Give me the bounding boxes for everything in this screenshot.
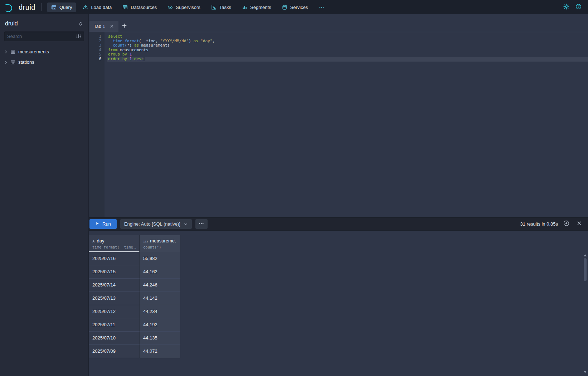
sidebar-header: druid <box>0 14 88 32</box>
tree-item-label: stations <box>18 59 34 65</box>
filter-sliders-icon[interactable] <box>76 34 81 39</box>
results-table: A day time_format(__time,… 123 measureme… <box>89 235 588 358</box>
search-box <box>4 32 84 41</box>
brand[interactable]: druid <box>4 2 35 13</box>
sql-editor[interactable]: 123456 select time_format(__time, 'YYYY/… <box>89 32 588 217</box>
table-cell[interactable]: 44,192 <box>140 318 180 332</box>
code-line[interactable]: time_format(__time, 'YYYY/MM/dd') as "da… <box>107 39 588 44</box>
nav-item-services[interactable]: Services <box>278 3 312 12</box>
code-line[interactable]: group by 1 <box>107 52 588 57</box>
line-number: 6 <box>89 57 101 62</box>
code-token <box>108 39 113 43</box>
nav-item-segments[interactable]: Segments <box>238 3 275 12</box>
table-cell[interactable]: 2025/07/15 <box>89 265 140 279</box>
upload-icon <box>83 5 88 10</box>
table-row: 2025/07/1655,982 <box>89 252 588 265</box>
table-row: 2025/07/0944,072 <box>89 345 588 358</box>
table-cell[interactable]: 44,142 <box>140 292 180 305</box>
gantt-icon <box>211 5 217 10</box>
editor-gutter: 123456 <box>89 32 105 217</box>
more-dots-icon <box>319 5 324 10</box>
run-button[interactable]: Run <box>89 219 117 229</box>
scroll-down-icon[interactable] <box>584 371 587 373</box>
code-token: ) <box>189 39 193 43</box>
tree-item-measurements[interactable]: measurements <box>0 47 88 57</box>
tree-item-stations[interactable]: stations <box>0 57 88 67</box>
number-type-icon: 123 <box>143 240 148 243</box>
table-icon <box>10 49 15 54</box>
table-cell[interactable]: 2025/07/13 <box>89 292 140 305</box>
eye-icon <box>167 5 173 10</box>
code-token: 1 <box>130 52 132 57</box>
table-row: 2025/07/1444,246 <box>89 279 588 292</box>
main-layout: druid measuremen <box>0 14 588 376</box>
code-token: "day" <box>200 39 212 43</box>
column-name: day <box>97 238 105 244</box>
table-cell[interactable]: 44,246 <box>140 279 180 292</box>
table-cell[interactable]: 44,072 <box>140 345 180 358</box>
table-row: 2025/07/1044,135 <box>89 332 588 345</box>
nav-item-tasks[interactable]: Tasks <box>207 3 235 12</box>
close-icon <box>577 221 582 227</box>
code-line[interactable]: order by 1 desc <box>107 57 588 62</box>
nav-item-supervisors[interactable]: Supervisors <box>164 3 204 12</box>
close-tab-icon[interactable] <box>110 24 114 29</box>
scroll-up-icon[interactable] <box>584 254 587 256</box>
code-token: time_format <box>113 39 139 43</box>
code-token: (__time, <box>139 39 160 43</box>
table-cell[interactable]: 2025/07/09 <box>89 345 140 358</box>
download-results-button[interactable] <box>562 220 571 229</box>
code-token <box>127 52 130 57</box>
code-token: measurements <box>118 48 149 52</box>
query-console-icon <box>51 5 57 10</box>
table-cell[interactable]: 44,234 <box>140 305 180 318</box>
table-cell[interactable]: 55,982 <box>140 252 180 265</box>
table-cell[interactable]: 44,162 <box>140 265 180 279</box>
editor-code[interactable]: select time_format(__time, 'YYYY/MM/dd')… <box>105 32 588 217</box>
bar-chart-icon <box>242 5 247 10</box>
nav-label: Query <box>59 5 72 10</box>
nav-item-query[interactable]: Query <box>47 3 76 12</box>
query-more-button[interactable] <box>195 219 208 229</box>
help-button[interactable] <box>573 2 584 13</box>
schema-title: druid <box>5 20 18 27</box>
code-token <box>132 57 134 61</box>
code-line[interactable]: from measurements <box>107 48 588 53</box>
column-header-day[interactable]: A day time_format(__time,… <box>89 235 140 252</box>
table-cell[interactable]: 2025/07/10 <box>89 332 140 345</box>
nav-more-button[interactable] <box>315 3 328 12</box>
add-tab-button[interactable] <box>118 21 131 32</box>
main-nav: Query Load data Datasources Supervisors <box>47 3 328 12</box>
table-cell[interactable]: 44,135 <box>140 332 180 345</box>
code-line[interactable]: count(*) as measurements <box>107 43 588 48</box>
close-results-button[interactable] <box>574 220 584 229</box>
vertical-scrollbar[interactable] <box>583 254 587 373</box>
double-caret-icon[interactable] <box>78 21 83 26</box>
download-icon <box>563 220 569 228</box>
run-button-label: Run <box>102 221 111 227</box>
code-token: desc <box>134 57 144 61</box>
nav-item-load-data[interactable]: Load data <box>79 3 116 12</box>
table-cell[interactable]: 2025/07/16 <box>89 252 140 265</box>
results-panel: A day time_format(__time,… 123 measureme… <box>89 231 588 376</box>
table-cell[interactable]: 2025/07/12 <box>89 305 140 318</box>
more-dots-icon <box>199 221 204 227</box>
chevron-right-icon <box>4 60 9 65</box>
settings-button[interactable] <box>561 2 572 13</box>
code-token: from <box>108 48 118 52</box>
scrollbar-thumb[interactable] <box>584 258 587 281</box>
tab-label: Tab 1 <box>94 24 105 29</box>
search-input[interactable] <box>7 34 76 39</box>
tree-item-label: measurements <box>18 49 49 54</box>
column-header-measurements[interactable]: 123 measureme… count(*) <box>140 235 180 252</box>
column-expression: time_format(__time,… <box>92 245 136 249</box>
table-cell[interactable]: 2025/07/14 <box>89 279 140 292</box>
help-icon <box>575 4 582 11</box>
code-token: , <box>212 39 215 43</box>
nav-item-datasources[interactable]: Datasources <box>118 3 161 12</box>
engine-select[interactable]: Engine: Auto [SQL (native)] <box>120 219 192 229</box>
table-row: 2025/07/1344,142 <box>89 292 588 305</box>
table-cell[interactable]: 2025/07/11 <box>89 318 140 332</box>
tab-tab1[interactable]: Tab 1 <box>89 21 118 32</box>
engine-label: Engine: Auto [SQL (native)] <box>124 221 180 227</box>
